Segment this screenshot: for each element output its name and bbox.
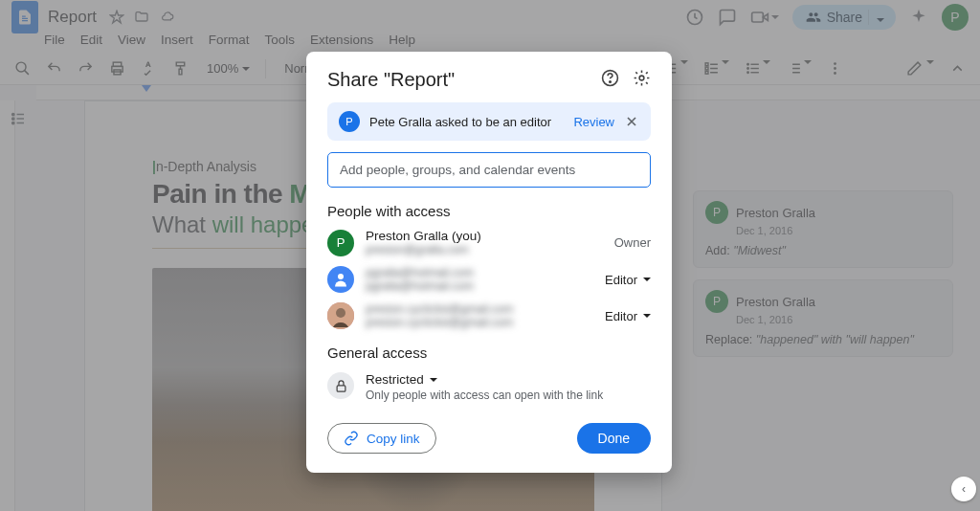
access-request-banner: P Pete Gralla asked to be an editor Revi… — [327, 102, 651, 141]
person-avatar — [327, 302, 354, 329]
restricted-select[interactable]: Restricted — [366, 372, 603, 387]
general-access-row: Restricted Only people with access can o… — [327, 372, 651, 402]
people-with-access-label: People with access — [327, 203, 651, 219]
person-row: pgralla@hotmail.com pgralla@hotmail.com … — [327, 266, 651, 293]
svg-point-22 — [610, 81, 612, 83]
share-dialog: Share "Report" P Pete Gralla asked to be… — [306, 52, 672, 473]
svg-point-23 — [639, 76, 644, 80]
request-text: Pete Gralla asked to be an editor — [369, 115, 564, 129]
copy-link-button[interactable]: Copy link — [327, 423, 436, 454]
svg-point-24 — [338, 274, 344, 279]
general-access-label: General access — [327, 344, 651, 361]
close-icon[interactable] — [624, 114, 639, 129]
svg-rect-27 — [337, 385, 345, 390]
done-button[interactable]: Done — [577, 423, 651, 454]
dialog-title: Share "Report" — [327, 69, 455, 91]
role-select[interactable]: Editor — [605, 273, 651, 287]
svg-point-26 — [336, 308, 345, 318]
gear-icon[interactable] — [633, 69, 651, 91]
person-avatar — [327, 266, 354, 293]
requester-avatar: P — [339, 111, 360, 132]
lock-icon — [327, 372, 354, 399]
add-people-input[interactable]: Add people, groups, and calendar events — [327, 152, 651, 188]
help-icon[interactable] — [601, 69, 619, 91]
person-avatar: P — [327, 230, 354, 256]
review-button[interactable]: Review — [573, 115, 614, 129]
person-row-owner: P Preston Gralla (you) preston@gralla.co… — [327, 229, 651, 256]
person-row: preston.cycliclist@gmail.com preston.cyc… — [327, 302, 651, 329]
explore-fab[interactable]: ‹ — [951, 477, 976, 501]
role-select[interactable]: Editor — [605, 309, 651, 323]
role-label: Owner — [614, 235, 651, 250]
